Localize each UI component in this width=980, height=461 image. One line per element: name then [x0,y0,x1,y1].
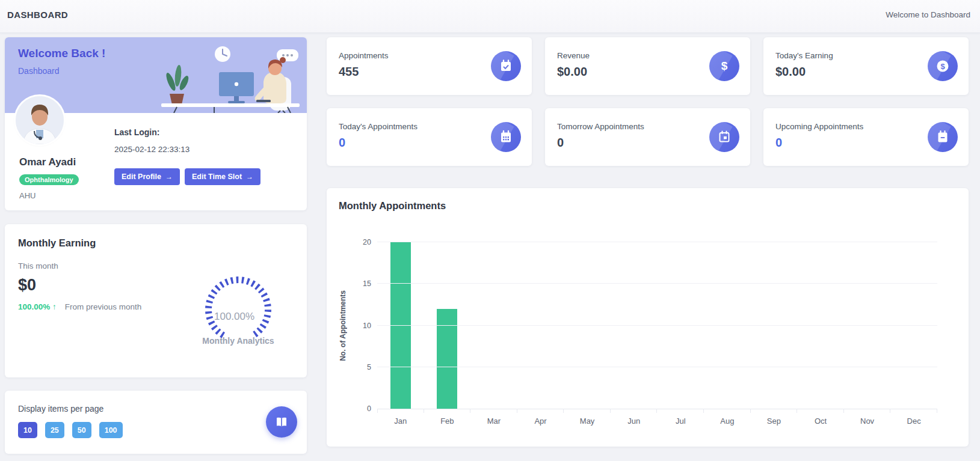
doctor-avatar-image [16,96,64,144]
stat-label: Tomorrow Appointments [557,122,644,131]
stat-label: Today's Appointments [339,122,418,131]
arrow-up-icon: ↑ [52,302,57,311]
bar-cell [844,242,891,409]
x-tick-label: Aug [704,413,751,426]
earning-change-row: 100.00% ↑ From previous month [18,302,141,311]
x-tick-label: Feb [424,413,471,426]
x-tick-label: Jul [657,413,704,426]
chart-title: Monthly Appointments [339,200,446,212]
bar-jan[interactable] [390,242,411,409]
edit-time-slot-button[interactable]: Edit Time Slot → [185,168,260,185]
x-cell: Apr [517,409,564,426]
x-cell: Dec [890,409,937,426]
x-tick-label: Dec [890,413,937,426]
x-tick [844,409,891,413]
bar-cell [424,242,471,409]
edit-time-slot-label: Edit Time Slot [192,172,242,181]
gridline [377,325,937,326]
x-tick-label: Sep [751,413,798,426]
last-login-value: 2025-02-12 22:33:13 [114,145,190,154]
gauge-label: Monthly Analytics [185,336,291,346]
y-tick-label: 20 [363,238,371,246]
stat-value: 455 [339,65,359,79]
desk [161,103,300,107]
stat-card-revenue: Revenue $0.00 $ [545,37,750,95]
arrow-right-icon: → [165,172,173,181]
keyboard [256,100,271,102]
x-tick-label: Nov [844,413,891,426]
x-tick [470,409,517,413]
bar-cell [470,242,517,409]
profile-actions: Edit Profile → Edit Time Slot → [114,168,260,185]
bar-cell [657,242,704,409]
x-cell: Oct [797,409,844,426]
welcome-title: Welcome Back ! [18,47,105,60]
page-size-option-100[interactable]: 100 [99,422,123,438]
bar-cell [890,242,937,409]
stat-label: Today's Earning [775,51,833,60]
stat-label: Revenue [557,51,590,60]
x-tick-label: Jun [611,413,658,426]
x-tick-label: Jan [377,413,424,426]
earning-change-note: From previous month [65,302,142,311]
x-cell: Jan [377,409,424,426]
gridline [377,367,937,367]
stat-card-tomorrow-appointments: Tomorrow Appointments 0 [545,108,750,166]
page-size-option-25[interactable]: 25 [45,422,64,438]
x-cell: Jul [657,409,704,426]
items-per-page-label: Display items per page [18,404,103,414]
x-tick [657,409,704,413]
bar-cell [751,242,798,409]
organization: AHU [19,191,35,200]
top-header: DASHBOARD Welcome to Dashboard [0,0,980,33]
x-tick [377,409,424,413]
earning-amount: $0 [18,276,36,295]
page-title: DASHBOARD [7,10,68,20]
x-tick-label: May [564,413,611,426]
stat-value: $0.00 [775,65,806,79]
monthly-earning-title: Monthly Earning [18,237,96,249]
items-per-page-card: Display items per page 10 25 50 100 [5,391,307,454]
y-axis-title: No. of Appointments [337,242,348,409]
calendar-minus-icon [928,122,958,152]
bar-cell [704,242,751,409]
desk-illustration [152,37,307,113]
edit-profile-button[interactable]: Edit Profile → [114,168,180,185]
arrow-right-icon: → [246,172,253,181]
x-tick [517,409,564,413]
dollar-icon: $ [709,51,739,81]
calendar-check-icon [491,51,521,81]
calendar-grid-icon [491,122,521,152]
open-book-icon [274,415,289,429]
bar-feb[interactable] [437,309,457,409]
coin-dollar-icon: $ [928,51,958,81]
page-size-option-50[interactable]: 50 [72,422,91,438]
monthly-earning-card: Monthly Earning This month $0 100.00% ↑ … [5,224,307,377]
x-tick-label: Mar [470,413,517,426]
page-size-option-10[interactable]: 10 [18,422,37,438]
y-tick-label: 0 [367,405,371,413]
bar-cell [564,242,611,409]
earning-change-percent: 100.00% ↑ [18,302,57,311]
stat-value: 0 [557,136,564,150]
svg-text:$: $ [940,62,945,71]
bar-cell [611,242,658,409]
stat-value: 0 [775,136,782,150]
profile-card: Welcome Back ! Dashboard [5,37,307,210]
x-cell: Aug [704,409,751,426]
chart-yaxis: 05101520 [351,242,371,409]
book-button[interactable] [266,406,297,438]
monthly-appointments-card: Monthly Appointments No. of Appointments… [327,188,969,447]
y-tick-label: 10 [363,322,371,330]
x-cell: Sep [751,409,798,426]
x-tick-label: Oct [797,413,844,426]
x-tick-label: Apr [517,413,564,426]
avatar [16,96,64,144]
x-cell: Feb [424,409,471,426]
x-cell: May [564,409,611,426]
gauge-value: 100.00% [214,311,286,323]
x-tick [751,409,798,413]
chart-plot [377,242,937,409]
last-login-label: Last Login: [114,127,159,137]
x-tick [797,409,844,413]
